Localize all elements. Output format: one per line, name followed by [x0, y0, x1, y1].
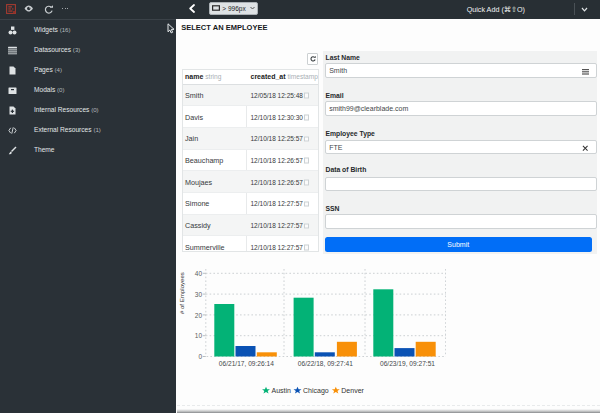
svg-text:Chicago: Chicago: [303, 387, 329, 395]
svg-text:06/23/19, 09:27:51: 06/23/19, 09:27:51: [380, 360, 435, 367]
svg-text:06/22/18, 09:27:41: 06/22/18, 09:27:41: [298, 360, 353, 367]
svg-text:40: 40: [195, 270, 203, 277]
svg-text:# of Employees: # of Employees: [178, 272, 185, 314]
svg-text:Denver: Denver: [341, 387, 364, 394]
svg-text:Austin: Austin: [272, 387, 292, 394]
svg-text:06/21/17, 09:26:14: 06/21/17, 09:26:14: [219, 360, 274, 367]
svg-text:30: 30: [195, 291, 203, 298]
svg-text:0: 0: [198, 353, 202, 360]
svg-text:20: 20: [195, 312, 203, 319]
svg-text:10: 10: [195, 332, 203, 339]
